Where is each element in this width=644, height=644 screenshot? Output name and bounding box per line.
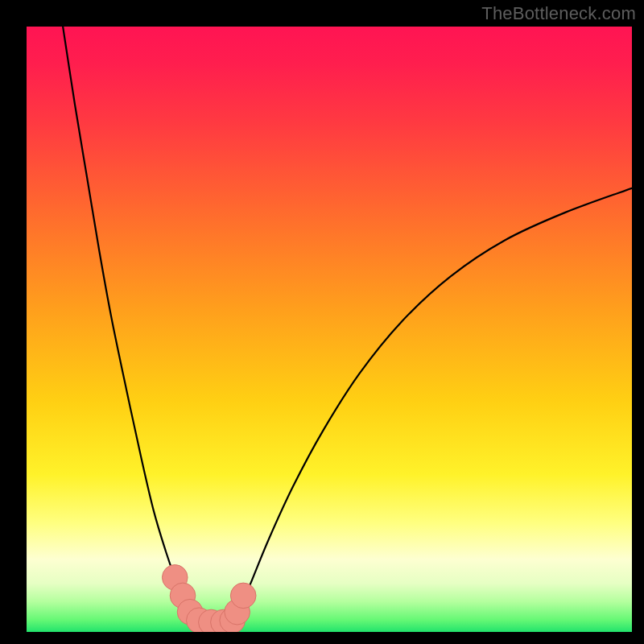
curve-left-branch <box>63 27 196 621</box>
curve-right-branch <box>233 188 632 621</box>
plot-area <box>27 27 632 632</box>
curve-layer <box>27 27 632 632</box>
chart-frame: TheBottleneck.com <box>0 0 644 644</box>
marker-point <box>230 583 256 609</box>
watermark-text: TheBottleneck.com <box>481 3 636 24</box>
